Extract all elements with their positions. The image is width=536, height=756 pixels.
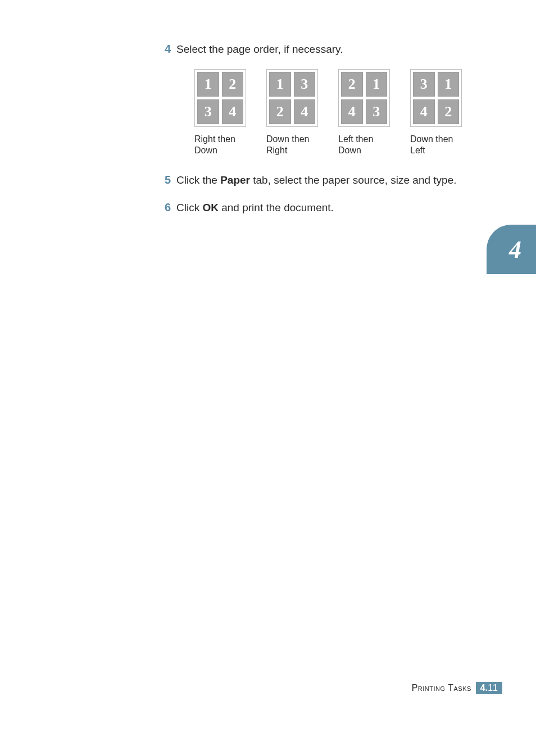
- order-grid: 1 2 3 4: [194, 69, 246, 127]
- order-option-right-then-down: 1 2 3 4 Right then Down: [194, 69, 249, 156]
- chapter-side-tab: 4: [487, 225, 536, 274]
- footer-section-title: Printing Tasks: [412, 683, 471, 693]
- step-text: Select the page order, if necessary.: [176, 42, 343, 57]
- order-cell: 3: [413, 72, 435, 97]
- order-option-left-then-down: 2 1 4 3 Left then Down: [338, 69, 393, 156]
- order-cell: 2: [222, 72, 244, 97]
- step-text-before: Click: [176, 202, 202, 213]
- order-cell: 4: [294, 99, 316, 124]
- order-label: Left then Down: [338, 134, 393, 156]
- step-text-after: tab, select the paper source, size and t…: [250, 174, 457, 186]
- step-text: Click OK and print the document.: [176, 201, 334, 215]
- step-text-after: and print the document.: [219, 202, 334, 213]
- step-number: 5: [155, 174, 171, 186]
- order-cell: 1: [269, 72, 291, 97]
- step-text-before: Click the: [176, 174, 220, 186]
- order-grid: 1 3 2 4: [266, 69, 318, 127]
- step-6: 6 Click OK and print the document.: [155, 201, 498, 215]
- order-cell: 4: [222, 99, 244, 124]
- order-cell: 2: [438, 99, 460, 124]
- footer-chapter: 4.: [480, 683, 488, 693]
- page-content: 4 Select the page order, if necessary. 1…: [155, 42, 498, 225]
- step-number: 4: [155, 43, 171, 56]
- page-order-diagrams: 1 2 3 4 Right then Down 1 3 2 4 Down the…: [194, 69, 498, 156]
- order-label: Right then Down: [194, 134, 249, 156]
- step-5: 5 Click the Paper tab, select the paper …: [155, 173, 498, 188]
- step-number: 6: [155, 201, 171, 214]
- order-cell: 2: [341, 72, 363, 97]
- order-grid: 2 1 4 3: [338, 69, 390, 127]
- order-cell: 1: [366, 72, 388, 97]
- order-cell: 3: [197, 99, 219, 124]
- step-4: 4 Select the page order, if necessary.: [155, 42, 498, 57]
- order-label: Down then Left: [410, 134, 465, 156]
- step-text-before: Select the page order, if necessary.: [176, 43, 343, 55]
- page-footer: Printing Tasks 4.11: [412, 682, 502, 694]
- step-text: Click the Paper tab, select the paper so…: [176, 173, 457, 188]
- step-text-bold: Paper: [220, 174, 250, 186]
- order-cell: 1: [438, 72, 460, 97]
- step-text-bold: OK: [202, 202, 219, 213]
- order-cell: 4: [413, 99, 435, 124]
- order-cell: 3: [366, 99, 388, 124]
- order-cell: 3: [294, 72, 316, 97]
- footer-page-badge: 4.11: [476, 682, 502, 694]
- order-cell: 4: [341, 99, 363, 124]
- order-cell: 1: [197, 72, 219, 97]
- order-grid: 3 1 4 2: [410, 69, 462, 127]
- order-option-down-then-right: 1 3 2 4 Down then Right: [266, 69, 321, 156]
- order-label: Down then Right: [266, 134, 321, 156]
- order-cell: 2: [269, 99, 291, 124]
- footer-page-number: 11: [488, 683, 498, 693]
- order-option-down-then-left: 3 1 4 2 Down then Left: [410, 69, 465, 156]
